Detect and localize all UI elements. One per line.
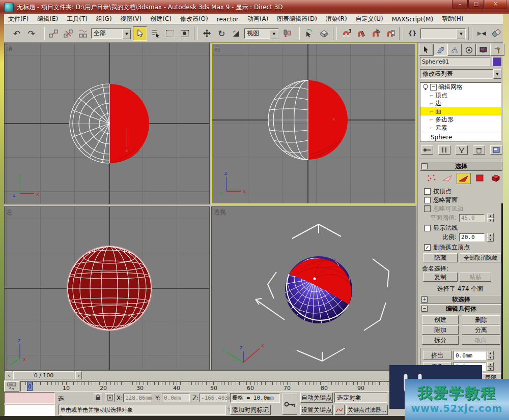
menu-maxscript[interactable]: MAXScript(M)	[392, 16, 433, 23]
extrude-button[interactable]: 挤出	[423, 351, 451, 360]
chevron-down-icon[interactable]: ▼	[270, 29, 278, 39]
maximize-button[interactable]: □	[468, 0, 484, 9]
menu-edit[interactable]: 编辑(E)	[37, 15, 58, 23]
tab-motion[interactable]	[462, 44, 476, 56]
element-mode-icon[interactable]	[489, 173, 502, 183]
menu-views[interactable]: 视图(V)	[121, 15, 142, 23]
minimize-button[interactable]: –	[452, 0, 468, 9]
named-selection-dropdown[interactable]: ▼	[420, 28, 466, 39]
frame-marker[interactable]: 0	[27, 382, 33, 391]
angle-snap-button[interactable]	[354, 27, 367, 40]
percent-snap-button[interactable]: %	[369, 27, 382, 40]
lightbulb-icon[interactable]	[422, 84, 429, 91]
title-bar[interactable]: 无标题 - 项目文件夹: D:\用户目录\我的文档\3dsmax - Autod…	[0, 0, 509, 14]
unlink-selection-icon[interactable]	[62, 27, 75, 40]
menu-file[interactable]: 文件(F)	[8, 15, 29, 23]
key-mode-dropdown[interactable]: 选定对象	[334, 393, 387, 403]
menu-help[interactable]: 帮助(H)	[442, 15, 463, 23]
select-and-scale-button[interactable]	[230, 27, 243, 40]
menu-tools[interactable]: 工具(T)	[67, 15, 88, 23]
tab-display[interactable]	[476, 44, 490, 56]
menu-rendering[interactable]: 渲染(R)	[326, 15, 347, 23]
rollout-soft-selection-header[interactable]: + 软选择	[420, 295, 502, 304]
rollout-edit-geometry-header[interactable]: − 编辑几何体	[420, 304, 502, 313]
by-vertex-checkbox[interactable]: 按顶点	[424, 187, 451, 196]
select-by-name-button[interactable]	[149, 27, 162, 40]
object-color-swatch[interactable]	[492, 57, 501, 66]
viewport-front-canvas[interactable]: x z x y	[212, 44, 415, 203]
attach-button[interactable]: 附加	[422, 325, 459, 335]
show-normals-checkbox[interactable]: 显示法线	[424, 224, 458, 232]
z-coordinate-field[interactable]: -166.403m	[199, 394, 227, 402]
viewport-left-canvas[interactable]: z x y	[5, 207, 210, 370]
stack-item-element[interactable]: ⌐元素	[420, 124, 501, 132]
stack-item-vertex[interactable]: ⌐顶点	[420, 91, 501, 99]
set-key-button[interactable]: 设置关键点	[300, 405, 333, 415]
align-button[interactable]	[490, 27, 503, 40]
x-coordinate-field[interactable]: 128.86mm	[123, 394, 151, 402]
set-keys-button[interactable]	[282, 394, 297, 415]
viewport-top-canvas[interactable]: x y x z	[5, 43, 210, 204]
stack-item-edit-mesh[interactable]: − 编辑网格	[420, 83, 501, 91]
select-object-button[interactable]	[133, 26, 147, 41]
absolute-mode-icon[interactable]	[105, 393, 115, 402]
object-name-field[interactable]: Sphere01	[420, 57, 490, 66]
viewport-left[interactable]: 左 z x y	[4, 206, 210, 370]
unhide-all-button[interactable]: 全部取消隐藏	[460, 253, 501, 262]
menu-reactor[interactable]: reactor	[217, 16, 239, 23]
edge-mode-icon[interactable]	[441, 173, 454, 183]
select-and-link-icon[interactable]	[47, 27, 61, 40]
tab-modify[interactable]	[433, 44, 447, 56]
render-settings-icon[interactable]	[317, 27, 330, 40]
time-slider[interactable]: ‹ 0 / 100 ›	[4, 370, 416, 380]
undo-button[interactable]: ↶	[10, 27, 23, 40]
delete-isolated-vertices-checkbox[interactable]: ✓删除孤立顶点	[424, 243, 470, 252]
hide-button[interactable]: 隐藏	[423, 253, 458, 262]
y-coordinate-field[interactable]: 0.0mm	[162, 394, 190, 402]
collapse-icon[interactable]: −	[430, 84, 437, 91]
close-button[interactable]: ×	[485, 0, 506, 9]
previous-frame-button[interactable]: ‹	[6, 371, 12, 379]
copy-button[interactable]: 复制	[423, 273, 458, 282]
redo-button[interactable]: ↷	[25, 27, 38, 40]
viewport-top-label[interactable]: 顶	[7, 44, 13, 53]
menu-create[interactable]: 创建(C)	[150, 15, 172, 23]
rectangular-selection-region-button[interactable]	[163, 27, 177, 40]
viewport-top[interactable]: 顶 x y x z	[4, 43, 210, 204]
normals-scale-field[interactable]: 20.0	[459, 233, 485, 242]
make-unique-button[interactable]	[456, 145, 468, 155]
viewport-perspective-label[interactable]: 透视	[214, 208, 226, 217]
modifier-list-dropdown[interactable]: 修改器列表	[420, 69, 493, 79]
viewport-front[interactable]: 前 x z x	[211, 43, 416, 204]
face-mode-icon[interactable]	[457, 173, 471, 184]
tab-hierarchy[interactable]	[447, 44, 462, 56]
ignore-backfacing-checkbox[interactable]: 忽略背面	[424, 196, 458, 204]
viewport-perspective[interactable]: 透视	[211, 206, 416, 370]
add-time-tag-button[interactable]: 添加时间标记	[230, 405, 271, 415]
next-frame-button[interactable]: ›	[75, 371, 82, 379]
track-bar-ruler[interactable]: 0 10 20 30 40 50 60 70 80 90 0	[20, 381, 416, 392]
auto-key-button[interactable]: 自动关键点	[300, 393, 333, 403]
maxscript-listener-white[interactable]	[4, 405, 55, 416]
key-filters-button[interactable]: 关键点过滤器...	[346, 405, 388, 415]
viewport-left-label[interactable]: 左	[7, 208, 13, 217]
stack-item-polygon[interactable]: ⌐多边形	[420, 115, 501, 124]
select-and-rotate-button[interactable]: ↻	[215, 27, 229, 40]
menu-animation[interactable]: 动画(A)	[247, 15, 269, 23]
snap-toggle-3d-button[interactable]: 3	[340, 27, 353, 40]
stack-item-sphere[interactable]: Sphere	[420, 133, 501, 142]
reference-coordinate-dropdown[interactable]: 视图 ▼	[244, 28, 279, 39]
spinner-snap-button[interactable]	[383, 27, 397, 40]
create-button[interactable]: 创建	[422, 315, 459, 324]
edit-named-selections-button[interactable]: {}	[406, 27, 419, 40]
time-slider-handle[interactable]: 0 / 100	[13, 371, 74, 379]
normals-scale-spinner[interactable]: ▲▼	[487, 233, 494, 242]
bind-to-space-warp-icon[interactable]	[76, 27, 90, 40]
mirror-button[interactable]: ▶◀	[475, 27, 488, 40]
extrude-value-field[interactable]: 0.0mm	[454, 351, 486, 360]
configure-modifier-sets-button[interactable]	[490, 145, 502, 155]
chevron-down-icon[interactable]: ▼	[493, 69, 501, 79]
detach-button[interactable]: 分离	[462, 325, 500, 335]
maxscript-listener-pink[interactable]	[4, 392, 55, 404]
menu-graph-editors[interactable]: 图表编辑器(D)	[277, 15, 317, 23]
